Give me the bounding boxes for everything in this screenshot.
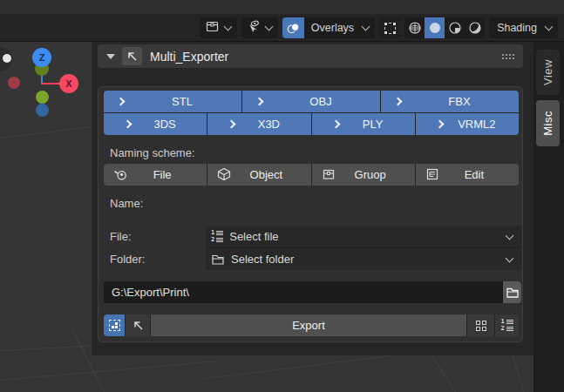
folder-select-value: Select folder bbox=[231, 253, 505, 266]
gizmos-dropdown[interactable] bbox=[241, 17, 278, 38]
chevron-down-icon bbox=[506, 231, 514, 240]
chevron-down-icon bbox=[223, 23, 232, 31]
naming-button-object[interactable]: Object bbox=[207, 164, 310, 186]
axis-ball-z[interactable]: Z bbox=[32, 48, 51, 67]
file-folder-dropdowns: 12 Select file Select folder bbox=[206, 226, 521, 270]
overlays-label: Overlays bbox=[308, 22, 357, 34]
format-button-obj[interactable]: OBJ bbox=[242, 91, 380, 112]
xray-toggle-button[interactable] bbox=[379, 17, 400, 38]
panel-header[interactable]: Multi_Exporter bbox=[98, 44, 523, 68]
chevron-down-icon bbox=[264, 23, 273, 31]
solid-shading-icon bbox=[428, 21, 442, 35]
format-button-x3d[interactable]: X3D bbox=[207, 113, 310, 135]
exporter-box: STL OBJ FBX 3DS X3D PLY VRML2 Naming sch… bbox=[98, 86, 523, 342]
folder-icon bbox=[211, 253, 225, 267]
export-path-row: G:\Export\Print\ bbox=[104, 281, 521, 303]
grid-line bbox=[0, 361, 217, 381]
naming-button-edit[interactable]: Edit bbox=[416, 164, 519, 186]
format-button-fbx[interactable]: FBX bbox=[381, 91, 519, 112]
naming-button-label: Edit bbox=[465, 168, 484, 181]
overlays-dropdown[interactable]: Overlays bbox=[282, 17, 375, 38]
format-button-ply[interactable]: PLY bbox=[312, 113, 415, 135]
rendered-shading-icon bbox=[468, 21, 482, 35]
collapse-caret-icon[interactable] bbox=[106, 54, 115, 59]
format-button-stl[interactable]: STL bbox=[104, 91, 241, 112]
nw-arrow-icon bbox=[132, 319, 145, 332]
blender-logo-icon bbox=[113, 167, 128, 185]
tab-misc[interactable]: Misc bbox=[536, 100, 560, 146]
object-visibility-dropdown[interactable] bbox=[200, 17, 237, 38]
naming-button-file[interactable]: File bbox=[104, 164, 207, 186]
panel-title: Multi_Exporter bbox=[150, 50, 501, 64]
sidebar-panel-region: Multi_Exporter STL OBJ FBX 3DS X3D PLY V… bbox=[92, 42, 533, 355]
shading-dropdown[interactable]: Shading bbox=[489, 17, 558, 38]
format-buttons: STL OBJ FBX 3DS X3D PLY VRML2 bbox=[104, 91, 519, 135]
export-path-input[interactable]: G:\Export\Print\ bbox=[104, 281, 502, 303]
naming-button-label: File bbox=[153, 168, 172, 181]
axis-x-label: X bbox=[65, 78, 71, 89]
folder-row-label: Folder: bbox=[110, 248, 145, 270]
folder-icon bbox=[506, 286, 520, 300]
nw-arrow-icon bbox=[126, 50, 139, 63]
chevron-right-icon bbox=[394, 98, 403, 106]
export-button[interactable]: Export bbox=[151, 314, 466, 336]
tab-view-label: View bbox=[541, 59, 554, 85]
naming-scheme-label: Naming scheme: bbox=[110, 146, 195, 160]
top-strip bbox=[0, 0, 564, 15]
chevron-down-icon bbox=[506, 253, 514, 262]
axis-ball-neg-y[interactable] bbox=[36, 91, 49, 104]
numbered-list-icon: 12 bbox=[500, 319, 513, 332]
grid-view-button[interactable] bbox=[467, 314, 494, 336]
tab-view[interactable]: View bbox=[536, 50, 560, 95]
text-edit-icon bbox=[425, 167, 439, 184]
format-label: OBJ bbox=[309, 95, 331, 108]
file-select-dropdown[interactable]: 12 Select file bbox=[206, 226, 521, 247]
naming-button-label: Gruop bbox=[355, 168, 386, 181]
wireframe-shading-icon bbox=[408, 21, 422, 35]
file-select-value: Select file bbox=[229, 230, 505, 243]
archive-box-icon bbox=[322, 167, 336, 184]
axis-ball-x[interactable]: X bbox=[59, 74, 78, 93]
editor-box-icon bbox=[205, 19, 220, 37]
format-label: VRML2 bbox=[458, 118, 495, 131]
chevron-down-icon bbox=[362, 23, 370, 31]
format-label: X3D bbox=[258, 118, 280, 131]
chevron-right-icon bbox=[228, 120, 236, 129]
format-label: PLY bbox=[363, 118, 384, 131]
selection-arrow-button[interactable] bbox=[126, 314, 150, 336]
chevron-right-icon bbox=[117, 98, 126, 106]
folder-select-dropdown[interactable]: Select folder bbox=[206, 248, 521, 270]
chevron-right-icon bbox=[255, 98, 264, 106]
axis-ball-neg-z[interactable] bbox=[36, 104, 49, 117]
grid-line bbox=[0, 126, 91, 139]
numbered-list-icon: 12 bbox=[211, 230, 223, 243]
browse-folder-button[interactable] bbox=[503, 281, 521, 303]
axis-ball-neg-x[interactable] bbox=[8, 77, 20, 89]
cube-icon bbox=[217, 167, 231, 184]
naming-button-gruop[interactable]: Gruop bbox=[312, 164, 415, 186]
nav-control-circle[interactable] bbox=[0, 47, 12, 71]
format-button-3ds[interactable]: 3DS bbox=[104, 113, 207, 135]
grid-squares-icon bbox=[476, 321, 486, 331]
format-label: 3DS bbox=[153, 118, 175, 131]
grid-line bbox=[431, 355, 459, 392]
xray-toggle-icon bbox=[384, 23, 396, 34]
material-shading-button[interactable] bbox=[445, 17, 465, 38]
nav-control-dot bbox=[3, 54, 11, 63]
list-view-button[interactable]: 12 bbox=[495, 314, 519, 336]
grid-line bbox=[512, 354, 526, 392]
shading-label: Shading bbox=[493, 22, 540, 34]
format-button-vrml2[interactable]: VRML2 bbox=[416, 113, 519, 135]
chevron-right-icon bbox=[435, 120, 444, 129]
solid-shading-button[interactable] bbox=[425, 17, 445, 38]
drag-handle-icon[interactable] bbox=[501, 53, 514, 59]
dashed-selection-icon bbox=[109, 320, 120, 331]
material-shading-icon bbox=[448, 21, 462, 35]
export-row: Export 12 bbox=[104, 314, 519, 336]
rendered-shading-button[interactable] bbox=[465, 17, 485, 38]
panel-icon-button bbox=[122, 47, 142, 65]
wireframe-shading-button[interactable] bbox=[404, 17, 425, 38]
batch-toggle-button[interactable] bbox=[104, 314, 125, 336]
export-path-value: G:\Export\Print\ bbox=[112, 286, 189, 299]
format-label: FBX bbox=[448, 95, 470, 108]
